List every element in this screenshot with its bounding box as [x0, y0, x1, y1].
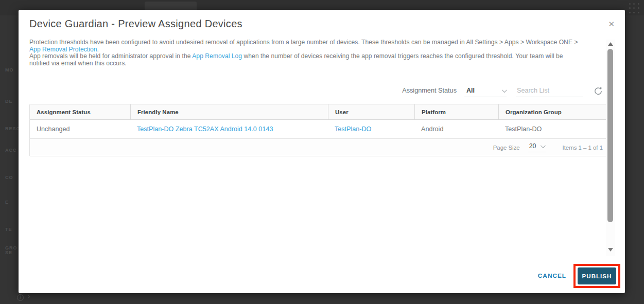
app-removal-protection-link[interactable]: App Removal Protection.: [29, 46, 99, 53]
page-size-dropdown[interactable]: 20: [528, 142, 546, 152]
dialog-title: Device Guardian - Preview Assigned Devic…: [29, 18, 242, 30]
info-circle-icon: i: [17, 294, 24, 301]
page-size-value: 20: [529, 142, 536, 150]
sidebar-item-email: E: [5, 200, 9, 205]
column-header-organization-group: Organization Group: [498, 104, 608, 119]
publish-button[interactable]: PUBLISH: [578, 267, 616, 284]
cell-assignment-status: Unchanged: [30, 120, 130, 138]
devices-table: Assignment Status Friendly Name User Pla…: [29, 104, 608, 156]
sidebar-item-devices: DE: [5, 99, 13, 104]
device-friendly-name-link[interactable]: TestPlan-DO Zebra TC52AX Android 14.0 01…: [137, 126, 273, 133]
chevron-down-icon: [502, 87, 507, 93]
sidebar-item-settings: SE: [5, 250, 12, 255]
dropdown-selected-value: All: [466, 87, 475, 94]
description-text: App removals will be held for administra…: [29, 52, 192, 60]
table-footer: Page Size 20 Items 1 – 1 of 1: [30, 139, 608, 156]
preview-assigned-devices-dialog: Device Guardian - Preview Assigned Devic…: [19, 10, 625, 293]
cancel-button[interactable]: CANCEL: [538, 272, 566, 279]
description-line-3: App removals will be held for administra…: [29, 53, 578, 60]
sidebar-item-monitor: MO: [5, 67, 14, 73]
assignment-status-dropdown[interactable]: All: [464, 87, 507, 97]
chevron-down-icon: [541, 143, 546, 148]
app-removal-log-link[interactable]: App Removal Log: [192, 52, 242, 60]
app-launcher-icon: [629, 3, 640, 14]
column-header-platform: Platform: [414, 104, 498, 119]
description-text: when the number of devices receiving the…: [242, 52, 563, 60]
dialog-description: Protection thresholds have been configur…: [29, 39, 578, 67]
column-header-user: User: [328, 104, 414, 119]
sidebar-item-accounts: ACC: [5, 148, 17, 153]
filter-bar: Assignment Status All: [402, 82, 603, 97]
table-header-row: Assignment Status Friendly Name User Pla…: [30, 104, 608, 120]
column-header-friendly-name: Friendly Name: [130, 104, 328, 119]
items-count-label: Items 1 – 1 of 1: [562, 145, 603, 151]
user-link[interactable]: TestPlan-DO: [335, 126, 371, 133]
description-line-4: notified via email when this occurs.: [29, 60, 578, 67]
annotation-highlight-box: PUBLISH: [573, 264, 620, 288]
cell-organization-group: TestPlan-DO: [498, 120, 608, 138]
sidebar-item-telecom: TE: [5, 227, 12, 232]
cell-platform: Android: [414, 120, 498, 138]
refresh-icon[interactable]: [593, 86, 603, 96]
table-row: Unchanged TestPlan-DO Zebra TC52AX Andro…: [30, 120, 608, 139]
close-icon[interactable]: ✕: [608, 20, 615, 28]
scrollbar-thumb[interactable]: [607, 49, 613, 222]
sidebar-item-content: CO: [5, 175, 13, 180]
column-header-assignment-status: Assignment Status: [30, 104, 130, 119]
scroll-down-arrow-icon[interactable]: [608, 248, 613, 252]
description-line-1: Protection thresholds have been configur…: [29, 39, 578, 46]
assignment-status-label: Assignment Status: [402, 87, 457, 97]
page-size-label: Page Size: [493, 145, 520, 151]
search-input[interactable]: [516, 87, 583, 97]
scroll-up-arrow-icon[interactable]: [608, 42, 613, 46]
